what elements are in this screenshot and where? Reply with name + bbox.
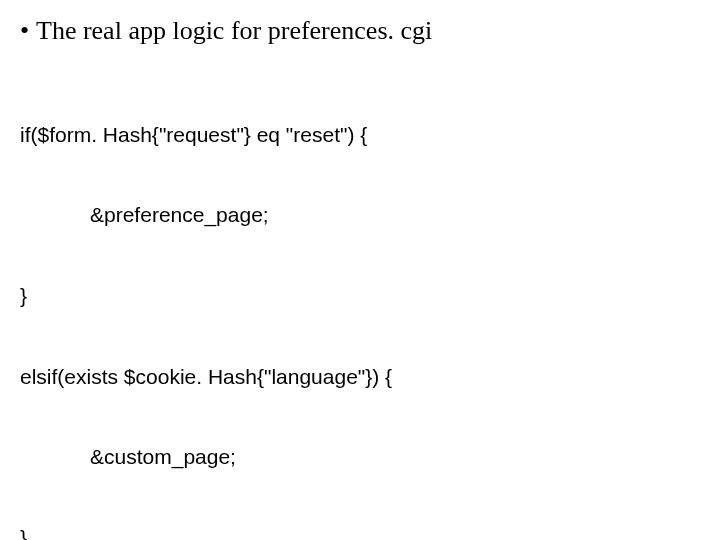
bullet-dot-icon: • <box>20 16 36 46</box>
code-block: if($form. Hash{"request"} eq "reset") { … <box>20 68 700 540</box>
code-line: if($form. Hash{"request"} eq "reset") { <box>20 122 700 149</box>
code-line: &preference_page; <box>20 202 700 229</box>
code-line: &custom_page; <box>20 444 700 471</box>
code-line: } <box>20 283 700 310</box>
code-line: } <box>20 525 700 540</box>
slide: •The real app logic for preferences. cgi… <box>0 0 720 540</box>
bullet-top-text: The real app logic for preferences. cgi <box>36 16 432 45</box>
bullet-top: •The real app logic for preferences. cgi <box>20 16 700 46</box>
code-line: elsif(exists $cookie. Hash{"language"}) … <box>20 364 700 391</box>
